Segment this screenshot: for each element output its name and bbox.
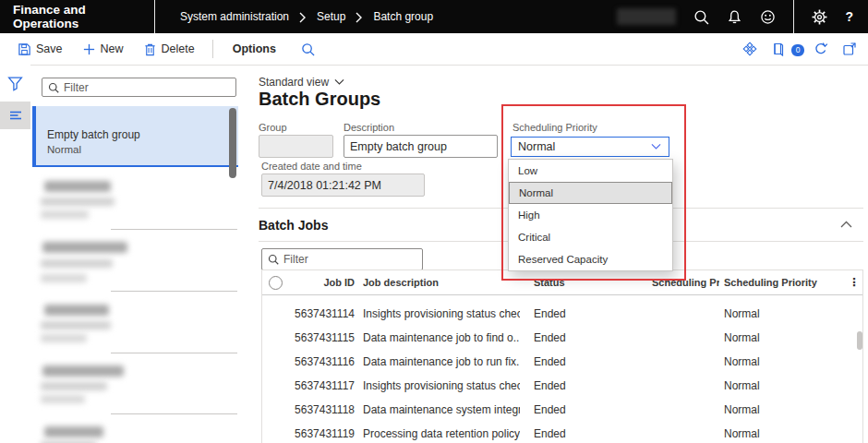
dropdown-option[interactable]: High	[509, 204, 672, 226]
settings-gear-icon[interactable]	[812, 9, 827, 25]
chevron-down-icon	[651, 143, 661, 150]
new-button[interactable]: New	[77, 39, 129, 60]
search-icon	[48, 82, 59, 93]
redacted-text-blob	[44, 426, 103, 437]
filter-funnel-icon[interactable]	[7, 76, 23, 91]
search-icon[interactable]	[301, 42, 315, 56]
redacted-text-blob	[41, 321, 111, 329]
scheduling-priority-cell: Normal	[724, 350, 826, 374]
action-pane-right: 0	[742, 42, 868, 56]
list-item-title: Empty batch group	[47, 128, 140, 141]
help-icon[interactable]: ?	[845, 9, 853, 24]
list-item-separator	[111, 413, 237, 414]
view-selector-label: Standard view	[259, 76, 329, 89]
collapse-chevron-up-icon[interactable]	[840, 221, 852, 229]
batch-jobs-section-title: Batch Jobs	[259, 218, 328, 233]
sidebar-filter-placeholder: Filter	[64, 81, 89, 94]
top-navigation-bar: Finance and Operations System administra…	[0, 0, 868, 33]
status-cell: Ended	[534, 374, 612, 398]
breadcrumb-item[interactable]: Batch group	[373, 10, 433, 23]
table-row[interactable]: 5637431119Processing data retention poli…	[262, 422, 862, 443]
breadcrumb-item[interactable]: System administration	[180, 10, 289, 23]
list-view-toggle[interactable]	[0, 102, 30, 129]
redacted-text-blob	[41, 198, 115, 206]
topbar-divider	[154, 0, 155, 33]
topbar-divider	[793, 0, 794, 33]
refresh-icon[interactable]	[814, 42, 828, 56]
job-id-cell: 5637431119	[278, 422, 355, 443]
batch-jobs-filter-input[interactable]: Filter	[261, 248, 423, 270]
status-cell: Ended	[534, 350, 612, 374]
table-row[interactable]: 5637431115Data maintenance job to find o…	[262, 326, 862, 350]
created-field-input[interactable]: 7/4/2018 01:21:42 PM	[261, 174, 425, 197]
job-id-cell: 5637431117	[278, 374, 355, 398]
search-icon[interactable]	[693, 9, 709, 25]
job-description-cell: Data maintenance job to find o...	[363, 326, 520, 350]
bell-icon[interactable]	[727, 9, 742, 25]
redacted-text-blob	[41, 334, 87, 342]
new-label: New	[101, 42, 124, 55]
list-lines-icon	[8, 108, 23, 123]
redacted-text-blob	[41, 274, 87, 282]
created-field-label: Created date and time	[261, 161, 362, 172]
view-switcher-icon[interactable]	[742, 42, 757, 56]
save-floppy-icon	[18, 42, 31, 56]
table-row[interactable]: 5637431114Insights provisioning status c…	[262, 302, 862, 326]
status-cell: Ended	[534, 398, 612, 422]
open-in-new-window-icon[interactable]	[842, 42, 857, 56]
batch-jobs-filter-placeholder: Filter	[283, 253, 308, 266]
list-item-selected[interactable]: Empty batch group Normal	[32, 106, 238, 167]
app-title[interactable]: Finance and Operations	[0, 3, 154, 30]
column-header-scheduling-pri[interactable]: Scheduling Pri...	[652, 270, 719, 294]
sidebar-scrollbar-thumb[interactable]	[229, 108, 236, 178]
attachments-icon[interactable]	[771, 42, 786, 56]
scheduling-priority-cell: Normal	[724, 326, 826, 350]
table-row[interactable]: 5637431116Data maintenance job to run fi…	[262, 350, 862, 374]
grid-options-ellipsis-icon[interactable]: ⋮	[848, 270, 861, 294]
options-tab[interactable]: Options	[225, 39, 283, 59]
column-header-status[interactable]: Status	[534, 270, 612, 294]
view-selector[interactable]: Standard view	[259, 76, 344, 89]
status-cell: Ended	[534, 422, 612, 443]
trash-icon	[143, 42, 157, 56]
group-field-input[interactable]	[259, 135, 333, 158]
scheduling-priority-label: Scheduling Priority	[511, 121, 599, 134]
job-id-cell: 5637431118	[278, 398, 355, 422]
grid-rows: 5637431114Insights provisioning status c…	[262, 295, 862, 443]
environment-name-redacted	[617, 8, 676, 25]
dropdown-option[interactable]: Low	[509, 160, 672, 182]
delete-button[interactable]: Delete	[138, 39, 200, 60]
action-pane: Save New Delete Options 0	[0, 33, 868, 66]
message-count-badge: 0	[790, 42, 806, 58]
job-description-cell: Data maintenance job to run fix...	[363, 350, 520, 374]
column-header-job-description[interactable]: Job description	[363, 270, 520, 294]
topbar-actions: ?	[617, 0, 868, 33]
breadcrumb-item[interactable]: Setup	[317, 10, 345, 23]
chevron-right-icon	[356, 12, 363, 22]
feedback-smiley-icon[interactable]	[760, 9, 776, 25]
table-row[interactable]: 5637431118Data maintenance system integr…	[262, 398, 862, 422]
grid-scrollbar-thumb[interactable]	[857, 331, 862, 350]
save-button[interactable]: Save	[12, 39, 68, 60]
column-header-job-id[interactable]: Job ID	[278, 270, 355, 294]
action-pane-divider	[212, 40, 213, 58]
redacted-text-blob	[42, 242, 127, 253]
description-field-input[interactable]: Empty batch group	[344, 135, 498, 158]
redacted-text-blob	[44, 181, 111, 192]
chevron-right-icon	[299, 12, 307, 22]
dropdown-option[interactable]: Normal	[509, 182, 672, 204]
column-header-scheduling-priority[interactable]: Scheduling Priority	[724, 270, 826, 294]
dropdown-option[interactable]: Critical	[509, 226, 672, 248]
redacted-text-blob	[41, 382, 107, 390]
list-item-separator	[111, 229, 237, 230]
job-id-cell: 5637431116	[278, 350, 355, 374]
scheduling-priority-select[interactable]: Normal	[511, 137, 669, 157]
list-item-separator	[111, 353, 237, 353]
job-description-cell: Data maintenance system integr...	[363, 398, 520, 422]
table-row[interactable]: 5637431117Insights provisioning status c…	[262, 374, 862, 398]
status-cell: Ended	[534, 302, 612, 326]
grid-header-row: Job ID Job description Status Scheduling…	[262, 270, 862, 295]
dropdown-option[interactable]: Reserved Capacity	[509, 248, 672, 270]
status-cell: Ended	[534, 326, 612, 350]
sidebar-filter-input[interactable]: Filter	[42, 78, 236, 97]
